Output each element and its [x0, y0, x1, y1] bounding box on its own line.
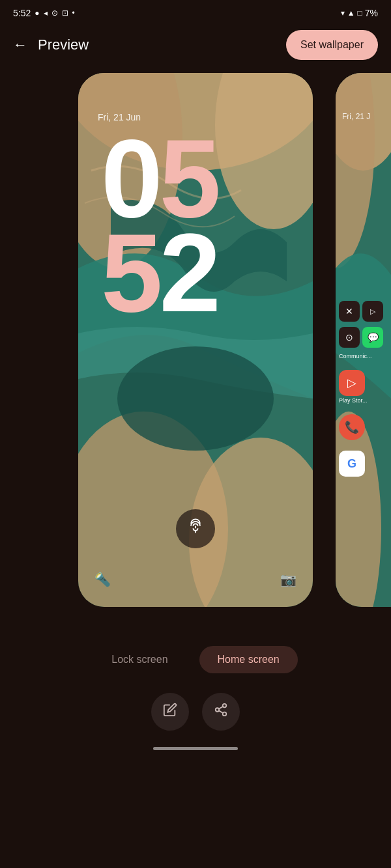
svg-point-6: [117, 346, 274, 451]
phone-app-icon: 📞: [339, 414, 365, 440]
secondary-phone-preview: Fri, 21 J ✕ ▷ ⊙ 💬 Communic...: [336, 73, 391, 607]
status-time: 5:52: [13, 8, 31, 18]
dot-icon: •: [72, 8, 75, 18]
edit-icon: [163, 703, 177, 721]
header-left: ← Preview: [13, 36, 89, 53]
home-bar: [153, 747, 238, 750]
home-indicator: [0, 737, 391, 757]
edit-button[interactable]: [151, 693, 189, 731]
battery-percent: 7%: [365, 8, 378, 18]
camera-app-icon: ⊙: [339, 327, 360, 348]
clock-min-5: 5: [101, 226, 160, 320]
google-app-icon: G: [339, 451, 365, 477]
status-left: 5:52 ● ◂ ⊙ ⊡ •: [13, 8, 75, 18]
clock-min-2: 2: [160, 226, 218, 320]
flashlight-icon: 🔦: [94, 572, 111, 587]
whatsapp-app-icon: 💬: [362, 327, 383, 348]
secondary-app-icons: ✕ ▷ ⊙ 💬 Communic... ▷ Play Stor...: [339, 301, 388, 477]
action-buttons: [0, 680, 391, 737]
header: ← Preview Set wallpaper: [0, 23, 391, 73]
fingerprint-icon: [186, 518, 205, 540]
lock-screen-tab[interactable]: Lock screen: [93, 646, 186, 673]
x-app-icon: ✕: [339, 301, 360, 322]
svg-line-14: [219, 710, 223, 713]
fingerprint-button[interactable]: [176, 509, 215, 548]
back-button[interactable]: ←: [13, 36, 27, 53]
play-store-label: Play Stor...: [339, 397, 388, 404]
secondary-phone-date: Fri, 21 J: [342, 112, 370, 121]
main-phone-preview[interactable]: Fri, 21 Jun 0 5 5 2: [78, 73, 313, 607]
clock-display: 0 5 5 2: [91, 132, 300, 320]
wifi-icon: ●: [35, 8, 39, 18]
camera-shortcut-icon: 📷: [280, 572, 297, 587]
bottom-tabs: Lock screen Home screen: [0, 633, 391, 680]
preview-container: Fri, 21 Jun 0 5 5 2: [0, 73, 391, 639]
play-store-icon: ▷: [339, 370, 365, 396]
instagram-icon: ⊡: [62, 8, 68, 18]
battery-icon: □: [358, 8, 362, 18]
svg-line-15: [219, 707, 223, 709]
status-right: ▾ ▲ □ 7%: [341, 8, 378, 18]
wifi-full-icon: ▾: [341, 8, 345, 18]
camera-icon: ⊙: [51, 8, 58, 18]
communic-label: Communic...: [339, 353, 388, 359]
location-icon: ◂: [44, 8, 48, 18]
share-button[interactable]: [202, 693, 240, 731]
share-icon: [214, 703, 228, 721]
set-wallpaper-button[interactable]: Set wallpaper: [286, 30, 378, 60]
signal-icon: ▲: [347, 8, 355, 18]
home-screen-tab[interactable]: Home screen: [199, 646, 298, 673]
status-bar: 5:52 ● ◂ ⊙ ⊡ • ▾ ▲ □ 7%: [0, 0, 391, 23]
page-title: Preview: [38, 36, 89, 53]
nav-app-icon: ▷: [362, 301, 383, 322]
